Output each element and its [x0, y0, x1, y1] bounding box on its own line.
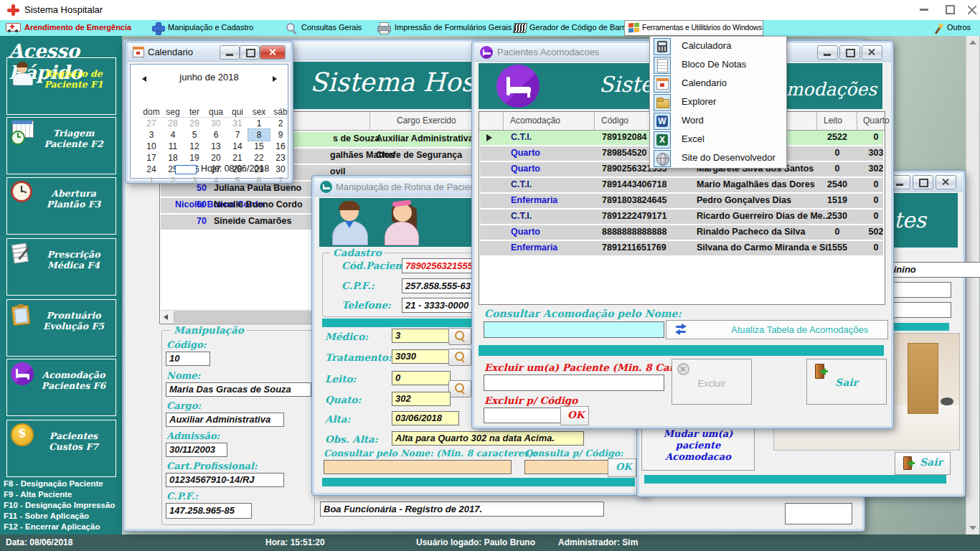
- search-leito-button[interactable]: [448, 380, 471, 397]
- ok-button[interactable]: OK: [608, 458, 636, 477]
- search-tratamento-button[interactable]: [448, 349, 471, 366]
- sair-button[interactable]: Sair: [895, 452, 951, 475]
- sair-button[interactable]: Sair: [806, 359, 887, 405]
- excluir-button[interactable]: Excluir: [672, 359, 752, 405]
- table-row[interactable]: C.T.I. 7891222479171 Ricardo Guerreiro D…: [480, 209, 883, 224]
- calendar-day[interactable]: 30: [205, 118, 227, 129]
- calendar-day[interactable]: 19: [184, 152, 205, 164]
- calendar-day-selected[interactable]: 8: [248, 129, 270, 141]
- table-row[interactable]: Enfermaria 7891211651769 Silvana do Carm…: [480, 241, 883, 255]
- table-row[interactable]: C.T.I. 7891443406718 Mario Magalhães das…: [480, 178, 883, 192]
- calendar-day[interactable]: 20: [205, 152, 227, 164]
- input-alta[interactable]: 03/06/2018: [392, 411, 459, 425]
- menu-item-calendario[interactable]: Calendario: [650, 74, 786, 93]
- maximize-button[interactable]: [839, 45, 860, 60]
- workspace-scrollbar[interactable]: [966, 36, 979, 534]
- menu-item-site-desenvolvedor[interactable]: Site do Desenvolvedor: [650, 149, 786, 167]
- calendar-day[interactable]: 29: [184, 118, 205, 129]
- input-cod-paciente[interactable]: 7890256321555: [402, 258, 480, 273]
- calendar-day[interactable]: 14: [227, 141, 248, 152]
- calendar-day[interactable]: 23: [270, 152, 291, 164]
- calendar-day[interactable]: 21: [227, 152, 248, 164]
- input-consultar-acomodacao[interactable]: [484, 321, 664, 338]
- calendar-day[interactable]: 27: [141, 118, 162, 129]
- input-admissao[interactable]: 30/11/2003: [166, 443, 227, 457]
- menu-item-bloco-de-notas[interactable]: Bloco De Notas: [650, 55, 786, 74]
- table-row[interactable]: Quarto 8888888888888 Rinaldo Pacheco da …: [480, 225, 883, 240]
- calendar-month[interactable]: junho de 2018: [131, 72, 288, 83]
- menu-item-word[interactable]: W Word: [650, 111, 786, 130]
- calendar-day[interactable]: 18: [162, 152, 184, 164]
- sidebar-item-prontuario[interactable]: Prontuário Evolução F5: [6, 299, 116, 357]
- sidebar-item-abertura-plantao[interactable]: Abertura Plantão F3: [6, 177, 116, 235]
- close-button[interactable]: [936, 175, 956, 189]
- minimize-button[interactable]: [220, 45, 240, 60]
- close-icon[interactable]: [967, 4, 976, 14]
- input-quato[interactable]: 302: [392, 392, 451, 406]
- calendar-day[interactable]: 3: [141, 129, 162, 141]
- calendar-day[interactable]: 1: [248, 118, 270, 129]
- scroll-down-icon[interactable]: [969, 526, 976, 530]
- sidebar-item-acomodacao[interactable]: Acomodação Pacientes F6: [6, 359, 116, 416]
- scroll-up-icon[interactable]: [969, 40, 976, 44]
- calendar-day[interactable]: 13: [205, 141, 227, 152]
- input-consulta-codigo[interactable]: [524, 460, 609, 474]
- input-obs-alta[interactable]: Alta para Quarto 302 na data Acima.: [392, 431, 584, 446]
- calendar-day[interactable]: 2: [270, 118, 291, 129]
- menu-item-calculadora[interactable]: Calculadora: [650, 37, 786, 55]
- ok-excluir-button[interactable]: OK: [560, 406, 589, 425]
- close-button[interactable]: [862, 45, 882, 60]
- input-leito[interactable]: 0: [392, 371, 451, 385]
- maximize-button[interactable]: [240, 45, 260, 60]
- calendar-day[interactable]: 16: [270, 141, 291, 152]
- menu-item-ferramentas[interactable]: Ferramentas e Utilitários do Windows: [624, 20, 763, 36]
- minimize-icon[interactable]: [920, 9, 928, 11]
- calendar-day[interactable]: 6: [205, 129, 227, 141]
- input-consultar-nome[interactable]: [324, 460, 512, 474]
- menu-item-excel[interactable]: X Excel: [650, 130, 786, 149]
- input-medico[interactable]: 3: [392, 329, 451, 343]
- input-cargo[interactable]: Auxiliar Administrativa: [166, 413, 284, 427]
- calendar-day[interactable]: 7: [227, 129, 248, 141]
- minimize-button[interactable]: [817, 45, 838, 60]
- maximize-button[interactable]: [913, 175, 933, 189]
- input-nome[interactable]: Maria Das Gracas de Souza: [166, 382, 311, 397]
- calendar-day[interactable]: 5: [184, 129, 205, 141]
- calendar-day[interactable]: 30: [270, 164, 291, 175]
- calendar-day[interactable]: 4: [205, 175, 227, 187]
- calendar-day[interactable]: 1: [141, 175, 162, 187]
- calendar-day[interactable]: 12: [184, 141, 205, 152]
- input-cpf[interactable]: 147.258.965-85: [166, 503, 252, 519]
- calendar-day[interactable]: 5: [227, 175, 248, 187]
- calendar-day[interactable]: 17: [141, 152, 162, 164]
- calendar-day[interactable]: 6: [248, 175, 270, 187]
- calendar-titlebar[interactable]: Calendario: [128, 43, 291, 62]
- input-codigo[interactable]: 10: [166, 352, 210, 366]
- calendar-day[interactable]: 22: [248, 152, 270, 164]
- menu-item-explorer[interactable]: Explorer: [650, 93, 786, 111]
- input-telefone[interactable]: 21 - 3333-0000: [402, 298, 480, 313]
- close-button[interactable]: [260, 45, 286, 60]
- atualiza-tabela-button[interactable]: Atualiza Tabela de Acomodações: [666, 320, 888, 339]
- calendar-day[interactable]: 15: [248, 141, 270, 152]
- sidebar-item-prescricao[interactable]: Prescrição Médica F4: [6, 238, 116, 296]
- calendar-day[interactable]: 31: [227, 118, 248, 129]
- sidebar-item-triagem[interactable]: Triagem Paciente F2: [6, 117, 116, 174]
- calendar-day[interactable]: 7: [270, 175, 291, 187]
- table-row[interactable]: Enfermaria 7891803824645 Pedro Gonçalves…: [480, 194, 883, 208]
- calendar-day[interactable]: 10: [141, 141, 162, 152]
- maximize-icon[interactable]: [946, 5, 955, 14]
- search-medico-button[interactable]: [448, 328, 471, 345]
- calendar-day[interactable]: 28: [162, 118, 184, 129]
- calendar-day[interactable]: 2: [162, 175, 184, 187]
- sidebar-item-registro-paciente[interactable]: Registro de Paciente F1: [6, 57, 116, 115]
- sidebar-item-custos[interactable]: $ Pacientes Custos F7: [6, 420, 116, 477]
- input-observacao[interactable]: Boa Funcionária - Registro de 2017.: [320, 501, 604, 517]
- input-cpf[interactable]: 257.858.555-63: [402, 278, 480, 293]
- mudar-acomodacao-button[interactable]: Mudar um(a) paciente Acomodacao: [641, 422, 755, 471]
- input-excluir-paciente[interactable]: [484, 375, 664, 391]
- input-empty[interactable]: [785, 503, 852, 524]
- calendar-day[interactable]: 9: [270, 129, 291, 141]
- today-box[interactable]: [175, 165, 197, 174]
- input-excluir-codigo[interactable]: [484, 408, 561, 423]
